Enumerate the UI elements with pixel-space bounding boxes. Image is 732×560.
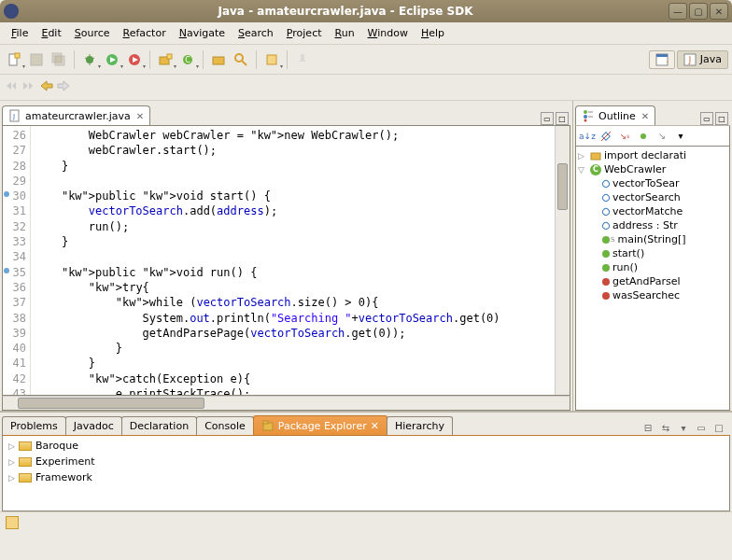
sort-button[interactable]: a↓z — [580, 129, 595, 144]
horizontal-scrollbar[interactable] — [2, 396, 570, 411]
menu-refactor[interactable]: Refactor — [118, 25, 172, 41]
minimize-button[interactable]: — — [669, 3, 687, 20]
outline-tree[interactable]: ▷import declarati▽CWebCrawlervectorToSea… — [575, 146, 730, 411]
outline-member[interactable]: getAndParsel — [578, 274, 727, 288]
svg-point-31 — [584, 119, 587, 122]
svg-rect-37 — [591, 153, 600, 160]
main-menu-bar: FileEditSourceRefactorNavigateSearchProj… — [0, 22, 732, 45]
menu-edit[interactable]: Edit — [35, 25, 66, 41]
open-perspective-button[interactable]: + — [649, 50, 675, 69]
outline-member[interactable]: start() — [578, 246, 727, 260]
outline-title: Outline — [598, 110, 636, 122]
bottom-tab-declaration[interactable]: Declaration — [121, 416, 197, 435]
line-number-gutter: 262728293031323334353637383940414243 — [3, 126, 31, 395]
new-class-button[interactable]: C — [177, 49, 198, 70]
outline-close-icon[interactable]: ✕ — [641, 111, 649, 121]
collapse-all-button[interactable]: ⊟ — [640, 420, 655, 435]
bottom-tab-console[interactable]: Console — [196, 416, 254, 435]
maximize-button[interactable]: ▢ — [689, 3, 708, 20]
save-all-button[interactable] — [49, 49, 69, 70]
outline-member[interactable]: Smain(String[] — [578, 232, 727, 246]
outline-member[interactable]: address : Str — [578, 218, 727, 232]
annotation-nav-button[interactable] — [261, 49, 282, 70]
search-button[interactable] — [231, 49, 251, 70]
svg-rect-2 — [31, 54, 42, 65]
outline-member[interactable]: vectorSearch — [578, 190, 727, 204]
outline-view: Outline ✕ ▭ □ a↓z ↘s ↘ ▾ ▷import declara… — [573, 101, 732, 411]
status-bar — [0, 511, 732, 532]
maximize-view-button[interactable]: □ — [556, 112, 569, 125]
svg-point-30 — [584, 115, 587, 119]
forward-button[interactable] — [56, 78, 71, 96]
new-package-button[interactable] — [155, 49, 176, 70]
bottom-tab-hierarchy[interactable]: Hierarchy — [387, 416, 453, 435]
package-experiment[interactable]: ▷Experiment — [5, 454, 727, 469]
back-button[interactable] — [39, 78, 54, 96]
outline-member[interactable]: run() — [578, 260, 727, 274]
hide-local-button[interactable]: ↘ — [655, 129, 669, 144]
menu-window[interactable]: Window — [362, 25, 414, 41]
svg-point-5 — [86, 56, 93, 63]
java-file-icon: J — [8, 109, 21, 122]
svg-point-36 — [640, 133, 646, 139]
menu-source[interactable]: Source — [69, 25, 116, 41]
svg-text:J: J — [12, 113, 15, 120]
menu-file[interactable]: File — [6, 25, 34, 41]
minimize-view-button[interactable]: ▭ — [541, 112, 554, 125]
java-perspective-button[interactable]: JJava — [677, 50, 728, 69]
run-button[interactable] — [102, 49, 122, 70]
outline-import[interactable]: ▷import declarati — [578, 148, 727, 162]
open-type-button[interactable] — [208, 49, 229, 70]
code-editor[interactable]: 262728293031323334353637383940414243 Web… — [2, 125, 570, 396]
bottom-tab-package-explorer[interactable]: Package Explorer✕ — [253, 415, 387, 435]
code-content[interactable]: WebCrawler webCrawler = "kw">new WebCraw… — [31, 126, 555, 395]
outline-member[interactable]: vectorMatche — [578, 204, 727, 218]
outline-class[interactable]: ▽CWebCrawler — [578, 162, 727, 176]
close-button[interactable]: ✕ — [710, 3, 728, 20]
svg-rect-39 — [263, 421, 268, 424]
pin-button[interactable] — [292, 49, 313, 70]
svg-point-19 — [235, 54, 243, 62]
outline-member[interactable]: wasSearchec — [578, 288, 727, 302]
window-titlebar: Java - amateurcrawler.java - Eclipse SDK… — [0, 0, 732, 22]
outline-maximize-button[interactable]: □ — [715, 112, 728, 125]
run-external-button[interactable] — [124, 49, 145, 70]
new-button[interactable] — [4, 49, 24, 70]
outline-minimize-button[interactable]: ▭ — [700, 112, 713, 125]
debug-button[interactable] — [79, 49, 100, 70]
window-title: Java - amateurcrawler.java - Eclipse SDK — [24, 5, 667, 18]
svg-line-35 — [601, 132, 611, 141]
outline-member[interactable]: vectorToSear — [578, 176, 727, 190]
view-menu-button[interactable]: ▾ — [673, 129, 688, 144]
hide-static-button[interactable]: ↘s — [617, 129, 632, 144]
package-explorer-content[interactable]: ▷Baroque▷Experiment▷Framework — [2, 435, 730, 511]
menu-navigate[interactable]: Navigate — [174, 25, 231, 41]
editor-tab-close-icon[interactable]: ✕ — [136, 111, 144, 121]
hide-fields-button[interactable] — [598, 129, 613, 144]
editor-tab[interactable]: J amateurcrawler.java ✕ — [2, 105, 150, 125]
menu-run[interactable]: Run — [330, 25, 360, 41]
svg-text:+: + — [666, 58, 669, 66]
next-edit-button[interactable] — [21, 78, 35, 96]
svg-rect-21 — [267, 55, 276, 64]
bottom-view-area: ProblemsJavadocDeclarationConsolePackage… — [0, 411, 732, 511]
perspective-label: Java — [700, 53, 722, 65]
secondary-toolbar — [0, 75, 732, 101]
menu-help[interactable]: Help — [415, 25, 450, 41]
bottom-tab-problems[interactable]: Problems — [2, 416, 66, 435]
package-framework[interactable]: ▷Framework — [5, 469, 727, 485]
hide-nonpublic-button[interactable] — [636, 129, 651, 144]
close-icon[interactable]: ✕ — [371, 420, 379, 432]
bottom-tab-javadoc[interactable]: Javadoc — [65, 416, 122, 435]
menu-search[interactable]: Search — [232, 25, 279, 41]
maximize-button[interactable]: □ — [711, 420, 726, 435]
save-button[interactable] — [26, 49, 47, 70]
prev-edit-button[interactable] — [4, 78, 19, 96]
minimize-button[interactable]: ▭ — [694, 420, 709, 435]
package-baroque[interactable]: ▷Baroque — [5, 438, 727, 454]
outline-tab[interactable]: Outline ✕ — [575, 105, 655, 125]
menu-project[interactable]: Project — [281, 25, 328, 41]
link-editor-button[interactable]: ⇆ — [658, 420, 673, 435]
view-menu-button[interactable]: ▾ — [676, 420, 691, 435]
vertical-scrollbar[interactable] — [555, 126, 570, 395]
